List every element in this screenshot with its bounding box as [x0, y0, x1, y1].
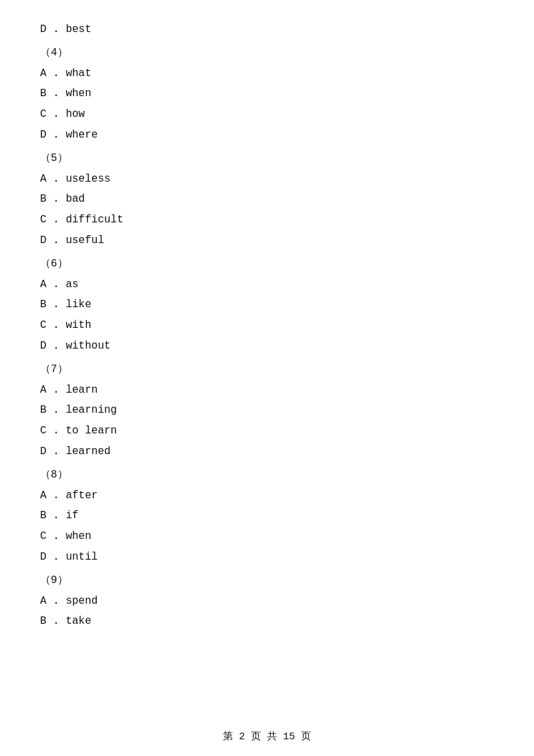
item-d-best: D . best: [40, 20, 494, 39]
q8-option-b: B . if: [40, 506, 494, 526]
q7-option-b: B . learning: [40, 401, 494, 420]
page-footer: 第 2 页 共 15 页: [0, 730, 534, 743]
q5-option-b: B . bad: [40, 190, 494, 209]
q4-option-b: B . when: [40, 84, 494, 104]
question-6-label: （6）: [40, 254, 494, 274]
q5-option-c: C . difficult: [40, 210, 494, 230]
q4-option-d: D . where: [40, 126, 494, 145]
q9-option-b: B . take: [40, 612, 494, 631]
q7-option-c: C . to learn: [40, 421, 494, 441]
q7-option-a: A . learn: [40, 381, 494, 400]
q6-option-b: B . like: [40, 295, 494, 315]
question-7-label: （7）: [40, 360, 494, 379]
question-4-label: （4）: [40, 43, 494, 63]
q8-option-d: D . until: [40, 548, 494, 567]
question-9-label: （9）: [40, 571, 494, 590]
q4-option-c: C . how: [40, 105, 494, 124]
question-8-label: （8）: [40, 465, 494, 485]
q6-option-d: D . without: [40, 337, 494, 356]
q8-option-a: A . after: [40, 486, 494, 506]
q4-option-a: A . what: [40, 64, 494, 83]
page-content: D . best （4） A . what B . when C . how D…: [0, 0, 534, 673]
q5-option-a: A . useless: [40, 170, 494, 189]
q6-option-a: A . as: [40, 275, 494, 295]
q8-option-c: C . when: [40, 527, 494, 546]
q5-option-d: D . useful: [40, 231, 494, 250]
question-5-label: （5）: [40, 149, 494, 168]
q7-option-d: D . learned: [40, 442, 494, 461]
q6-option-c: C . with: [40, 316, 494, 335]
q9-option-a: A . spend: [40, 592, 494, 611]
